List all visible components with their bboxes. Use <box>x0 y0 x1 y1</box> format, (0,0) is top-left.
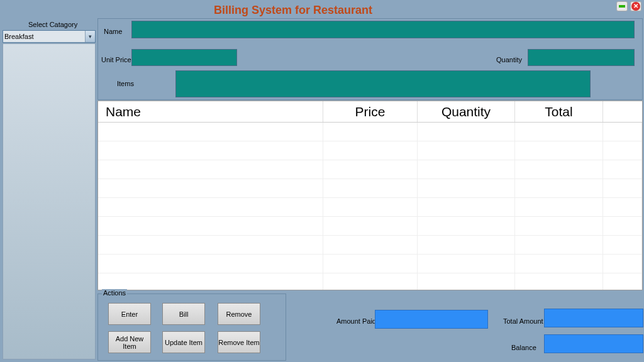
remove-button[interactable]: Remove <box>218 303 260 325</box>
total-amount-field[interactable] <box>544 309 643 327</box>
grid-header: Name Price Quantity Total <box>98 101 642 123</box>
actions-group: Actions Enter Bill Remove Add New Item U… <box>97 293 286 361</box>
select-category-label: Select Catagory <box>28 21 77 28</box>
amount-paid-label: Amount Paid <box>336 317 376 325</box>
table-row[interactable] <box>98 160 642 179</box>
unit-price-field[interactable] <box>131 49 237 66</box>
bill-grid[interactable]: Name Price Quantity Total <box>97 101 643 290</box>
items-field[interactable] <box>175 70 591 97</box>
bill-button[interactable]: Bill <box>162 303 205 325</box>
column-header-spacer <box>603 101 642 122</box>
total-amount-label: Total Amount <box>503 317 543 325</box>
balance-label: Balance <box>511 344 536 351</box>
balance-field[interactable] <box>544 334 643 353</box>
name-label: Name <box>104 28 122 35</box>
table-row[interactable] <box>98 217 642 236</box>
amount-paid-field[interactable] <box>375 310 488 329</box>
category-selected-value: Breakfast <box>4 33 33 40</box>
window-controls: ✕ <box>616 1 641 11</box>
page-title: Billing System for Restaurant <box>214 4 372 17</box>
close-icon: ✕ <box>631 2 640 11</box>
quantity-label: Quantity <box>496 56 522 63</box>
category-select[interactable]: Breakfast ▾ <box>3 30 96 43</box>
table-row[interactable] <box>98 179 642 198</box>
table-row[interactable] <box>98 273 642 290</box>
table-row[interactable] <box>98 141 642 160</box>
column-header-total: Total <box>515 101 603 122</box>
unit-price-label: Unit Price <box>101 56 131 63</box>
column-header-price: Price <box>323 101 418 122</box>
actions-legend: Actions <box>102 289 127 297</box>
column-header-quantity: Quantity <box>418 101 515 122</box>
table-row[interactable] <box>98 236 642 255</box>
column-header-name: Name <box>98 101 323 122</box>
chevron-down-icon: ▾ <box>85 31 95 42</box>
remove-item-button[interactable]: Remove Item <box>218 331 260 353</box>
table-row[interactable] <box>98 198 642 217</box>
close-button[interactable]: ✕ <box>630 1 641 11</box>
name-field[interactable] <box>131 21 635 38</box>
item-form: Name Unit Price Quantity Items <box>97 18 643 100</box>
table-row[interactable] <box>98 255 642 273</box>
minimize-button[interactable] <box>616 1 628 11</box>
table-row[interactable] <box>98 123 642 141</box>
update-item-button[interactable]: Update Item <box>162 331 205 353</box>
enter-button[interactable]: Enter <box>108 303 151 325</box>
items-label: Items <box>117 80 134 87</box>
quantity-field[interactable] <box>528 49 635 66</box>
add-new-item-button[interactable]: Add New Item <box>108 331 151 353</box>
items-list-panel[interactable] <box>3 43 96 359</box>
minimize-icon <box>619 5 625 8</box>
